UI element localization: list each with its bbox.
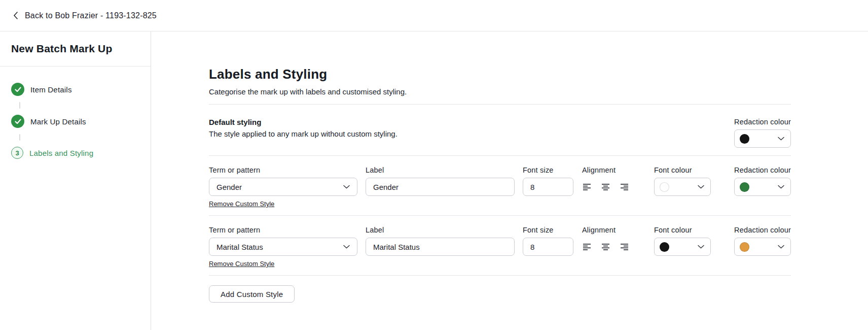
default-styling-section: Default styling The style applied to any… bbox=[209, 105, 791, 148]
font-colour-dropdown[interactable] bbox=[654, 178, 711, 196]
custom-style-row: Term or pattern Marital Status Remove Cu… bbox=[209, 216, 791, 268]
add-custom-style-button[interactable]: Add Custom Style bbox=[209, 285, 295, 303]
step-connector bbox=[19, 134, 20, 141]
divider bbox=[209, 275, 791, 276]
alignment-label: Alignment bbox=[582, 226, 654, 234]
chevron-down-icon bbox=[698, 245, 704, 249]
step-labels-and-styling[interactable]: 3 Labels and Styling bbox=[11, 147, 151, 159]
align-left-icon bbox=[583, 244, 591, 250]
redaction-colour-label: Redaction colour bbox=[734, 166, 791, 174]
label-input[interactable] bbox=[366, 238, 515, 256]
section-subtitle: Categorise the mark up with labels and c… bbox=[209, 87, 791, 96]
chevron-left-icon bbox=[13, 12, 18, 19]
default-redaction-colour-dropdown[interactable] bbox=[734, 129, 791, 148]
step-mark-up-details[interactable]: Mark Up Details bbox=[11, 115, 151, 128]
remove-custom-style-link[interactable]: Remove Custom Style bbox=[209, 200, 274, 208]
label-label: Label bbox=[366, 226, 515, 234]
align-left-icon bbox=[583, 184, 591, 190]
check-icon bbox=[15, 87, 21, 92]
redaction-colour-label: Redaction colour bbox=[734, 118, 791, 126]
align-center-icon bbox=[602, 184, 609, 190]
colour-swatch bbox=[740, 242, 749, 252]
colour-swatch bbox=[660, 182, 669, 192]
main-content: Labels and Styling Categorise the mark u… bbox=[151, 31, 868, 330]
chevron-down-icon bbox=[778, 137, 784, 141]
term-select-value: Marital Status bbox=[216, 243, 263, 251]
align-center-button[interactable] bbox=[601, 243, 610, 251]
chevron-down-icon bbox=[778, 245, 784, 249]
step-connector bbox=[19, 102, 20, 109]
default-styling-title: Default styling bbox=[209, 118, 397, 126]
colour-swatch bbox=[740, 182, 749, 192]
stepper: Item Details Mark Up Details 3 Labels an… bbox=[11, 83, 151, 159]
font-colour-dropdown[interactable] bbox=[654, 238, 711, 256]
align-left-button[interactable] bbox=[582, 183, 592, 191]
align-right-icon bbox=[621, 244, 628, 250]
step-number-badge: 3 bbox=[11, 147, 23, 159]
align-right-button[interactable] bbox=[620, 243, 629, 251]
align-center-icon bbox=[602, 244, 609, 250]
alignment-label: Alignment bbox=[582, 166, 654, 174]
colour-swatch bbox=[740, 134, 749, 144]
align-right-icon bbox=[621, 184, 628, 190]
redaction-colour-dropdown[interactable] bbox=[734, 238, 791, 256]
term-label: Term or pattern bbox=[209, 226, 357, 234]
sidebar-divider bbox=[0, 66, 151, 67]
font-colour-label: Font colour bbox=[654, 166, 711, 174]
default-styling-description: The style applied to any mark up without… bbox=[209, 129, 397, 138]
term-select[interactable]: Marital Status bbox=[209, 238, 357, 256]
chevron-down-icon bbox=[343, 185, 350, 189]
term-label: Term or pattern bbox=[209, 166, 357, 174]
align-center-button[interactable] bbox=[601, 183, 610, 191]
font-size-label: Font size bbox=[523, 226, 573, 234]
chevron-down-icon bbox=[778, 185, 784, 189]
label-label: Label bbox=[366, 166, 515, 174]
chevron-down-icon bbox=[698, 185, 704, 189]
step-item-details[interactable]: Item Details bbox=[11, 83, 151, 96]
term-select-value: Gender bbox=[216, 183, 242, 191]
font-colour-label: Font colour bbox=[654, 226, 711, 234]
page-title: New Batch Mark Up bbox=[11, 43, 151, 55]
font-size-input[interactable] bbox=[523, 238, 573, 256]
back-button[interactable]: Back to Bob Frazier - 1193-132-825 bbox=[13, 11, 157, 20]
font-size-input[interactable] bbox=[523, 178, 573, 196]
check-icon bbox=[15, 119, 21, 124]
sidebar: New Batch Mark Up Item Details Mark Up D… bbox=[0, 31, 151, 330]
step-label: Item Details bbox=[30, 85, 72, 94]
label-input[interactable] bbox=[366, 178, 515, 196]
font-size-label: Font size bbox=[523, 166, 573, 174]
align-left-button[interactable] bbox=[582, 243, 592, 251]
step-label: Mark Up Details bbox=[30, 117, 86, 126]
chevron-down-icon bbox=[343, 245, 350, 249]
align-right-button[interactable] bbox=[620, 183, 629, 191]
colour-swatch bbox=[660, 242, 669, 252]
step-complete-badge bbox=[11, 115, 24, 128]
custom-style-row: Term or pattern Gender Remove Custom Sty… bbox=[209, 156, 791, 208]
step-complete-badge bbox=[11, 83, 24, 96]
top-bar: Back to Bob Frazier - 1193-132-825 bbox=[0, 0, 868, 31]
term-select[interactable]: Gender bbox=[209, 178, 357, 196]
back-label: Back to Bob Frazier - 1193-132-825 bbox=[25, 11, 157, 20]
step-label: Labels and Styling bbox=[29, 149, 93, 157]
section-title: Labels and Styling bbox=[209, 67, 791, 82]
remove-custom-style-link[interactable]: Remove Custom Style bbox=[209, 260, 274, 268]
redaction-colour-label: Redaction colour bbox=[734, 226, 791, 234]
redaction-colour-dropdown[interactable] bbox=[734, 178, 791, 196]
